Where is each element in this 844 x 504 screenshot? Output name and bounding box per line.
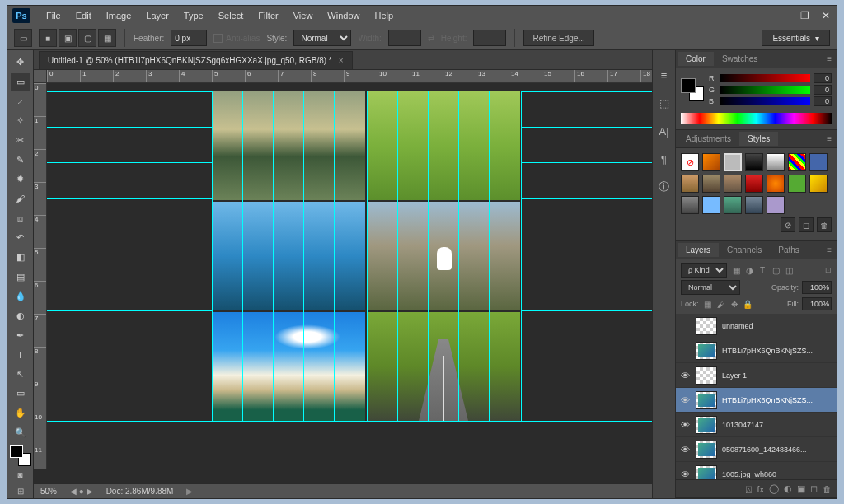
- style-swatch[interactable]: [745, 153, 763, 171]
- tab-adjustments[interactable]: Adjustments: [678, 132, 739, 146]
- visibility-toggle[interactable]: 👁: [679, 395, 691, 405]
- dodge-tool[interactable]: ◐: [11, 307, 30, 325]
- lasso-tool[interactable]: ⟋: [11, 92, 30, 110]
- vertical-ruler[interactable]: 0123456789101112: [34, 83, 47, 469]
- horizontal-ruler[interactable]: 0123456789101112131415161718192021: [47, 70, 652, 83]
- zoom-level[interactable]: 50%: [40, 487, 57, 496]
- lock-position-icon[interactable]: ✥: [729, 298, 740, 310]
- eraser-tool[interactable]: ◧: [11, 249, 30, 267]
- layer-row[interactable]: 👁1013047147: [676, 413, 837, 437]
- menu-type[interactable]: Type: [176, 7, 211, 24]
- workspace-switcher[interactable]: Essentials▾: [762, 30, 830, 46]
- refine-edge-button[interactable]: Refine Edge...: [523, 30, 593, 46]
- group-icon[interactable]: ▣: [797, 483, 805, 494]
- tab-styles[interactable]: Styles: [739, 132, 778, 146]
- restore-button[interactable]: ❐: [794, 8, 815, 23]
- guide-vertical[interactable]: [273, 91, 274, 421]
- guide-vertical[interactable]: [334, 91, 335, 421]
- new-style-icon[interactable]: ◻: [799, 217, 814, 232]
- guide-horizontal[interactable]: [47, 421, 652, 422]
- subtract-selection[interactable]: ▢: [78, 29, 96, 47]
- menu-file[interactable]: File: [39, 7, 68, 24]
- visibility-toggle[interactable]: 👁: [679, 469, 691, 479]
- guide-vertical[interactable]: [303, 91, 304, 421]
- guide-vertical[interactable]: [428, 91, 429, 421]
- foreground-background-color[interactable]: [10, 445, 31, 466]
- info-icon[interactable]: ⓘ: [656, 179, 673, 195]
- filter-toggle[interactable]: ⊡: [825, 266, 832, 274]
- lock-pixels-icon[interactable]: 🖌: [715, 298, 727, 310]
- style-swatch[interactable]: [788, 175, 806, 193]
- lock-all-icon[interactable]: 🔒: [742, 298, 753, 310]
- tab-swatches[interactable]: Swatches: [714, 52, 766, 66]
- delete-style-icon[interactable]: 🗑: [817, 217, 832, 232]
- nav-icons[interactable]: ◀ ● ▶: [70, 487, 93, 496]
- layer-thumbnail[interactable]: [696, 441, 717, 459]
- style-swatch[interactable]: [724, 153, 742, 171]
- color-value-r[interactable]: 0: [814, 73, 832, 83]
- layer-fx-icon[interactable]: fx: [757, 484, 764, 494]
- style-swatch[interactable]: [702, 153, 720, 171]
- paragraph-icon[interactable]: ¶: [656, 151, 673, 167]
- menu-filter[interactable]: Filter: [251, 7, 285, 24]
- new-selection[interactable]: ■: [39, 29, 57, 47]
- document-tab[interactable]: Untitled-1 @ 50% (HTB1i7pHX6QnBKNjSZSgq6…: [39, 51, 353, 69]
- color-slider-r[interactable]: [720, 74, 810, 82]
- blend-mode-select[interactable]: Normal: [681, 280, 740, 295]
- visibility-toggle[interactable]: 👁: [679, 420, 691, 430]
- ruler-origin[interactable]: [34, 70, 47, 83]
- layer-thumbnail[interactable]: [696, 342, 717, 360]
- delete-layer-icon[interactable]: 🗑: [823, 484, 832, 494]
- spot-heal-tool[interactable]: ✹: [11, 170, 30, 189]
- gradient-tool[interactable]: ▤: [11, 268, 30, 286]
- layer-row[interactable]: 👁050871600_142483466...: [676, 437, 837, 462]
- layer-row[interactable]: 👁HTB1i7pHX6QnBKNjSZS...: [676, 388, 837, 413]
- color-value-g[interactable]: 0: [814, 85, 832, 95]
- opacity-input[interactable]: [802, 281, 832, 294]
- hand-tool[interactable]: ✋: [11, 404, 30, 422]
- layer-thumbnail[interactable]: [696, 317, 717, 335]
- color-slider-g[interactable]: [720, 86, 810, 94]
- path-tool[interactable]: ↖: [11, 366, 30, 384]
- style-swatch[interactable]: [681, 196, 699, 214]
- close-tab-icon[interactable]: ×: [339, 56, 344, 65]
- color-fgbg-swatch[interactable]: [681, 78, 704, 101]
- menu-help[interactable]: Help: [367, 7, 401, 24]
- style-swatch[interactable]: [702, 196, 720, 214]
- style-swatch[interactable]: [767, 196, 785, 214]
- layer-thumbnail[interactable]: [696, 465, 717, 480]
- tab-paths[interactable]: Paths: [770, 243, 808, 257]
- style-swatch[interactable]: [681, 175, 699, 193]
- history-brush-tool[interactable]: ↶: [11, 229, 30, 247]
- menu-layer[interactable]: Layer: [138, 7, 176, 24]
- link-layers-icon[interactable]: ⍓: [746, 484, 752, 494]
- filter-adjust-icon[interactable]: ◑: [743, 264, 755, 276]
- style-swatch[interactable]: [702, 175, 720, 193]
- tab-layers[interactable]: Layers: [678, 243, 719, 257]
- layer-row[interactable]: 👁1005.jpg_wh860: [676, 462, 837, 479]
- layer-row[interactable]: unnamed: [676, 314, 837, 338]
- menu-select[interactable]: Select: [211, 7, 251, 24]
- panel-menu-icon[interactable]: ≡: [822, 245, 837, 254]
- blur-tool[interactable]: 💧: [11, 287, 30, 306]
- filter-shape-icon[interactable]: ▢: [770, 264, 781, 276]
- filter-type-icon[interactable]: T: [757, 264, 768, 276]
- layer-row[interactable]: 👁Layer 1: [676, 363, 837, 388]
- quick-mask-toggle[interactable]: ◙: [12, 468, 30, 483]
- style-swatch[interactable]: [809, 175, 828, 193]
- guide-vertical[interactable]: [458, 91, 459, 421]
- tab-color[interactable]: Color: [678, 52, 714, 66]
- brush-tool[interactable]: 🖌: [11, 190, 30, 208]
- crop-tool[interactable]: ✂: [11, 132, 30, 150]
- style-swatch[interactable]: [745, 196, 763, 214]
- properties-icon[interactable]: ⬚: [656, 95, 673, 111]
- clear-style-icon[interactable]: ⊘: [781, 217, 795, 232]
- add-selection[interactable]: ▣: [59, 29, 77, 47]
- menu-edit[interactable]: Edit: [68, 7, 99, 24]
- layer-row[interactable]: HTB1i7pHX6QnBKNjSZS...: [676, 338, 837, 363]
- guide-vertical[interactable]: [397, 91, 398, 421]
- visibility-toggle[interactable]: 👁: [679, 445, 691, 455]
- style-swatch[interactable]: [788, 153, 806, 171]
- visibility-toggle[interactable]: 👁: [679, 371, 691, 380]
- panel-menu-icon[interactable]: ≡: [822, 134, 837, 143]
